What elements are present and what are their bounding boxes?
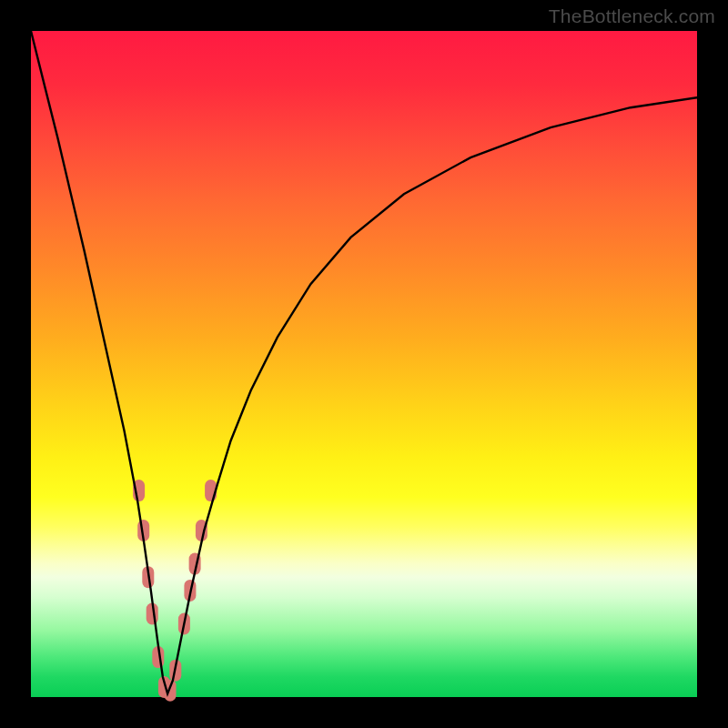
bottleneck-curve bbox=[31, 31, 697, 693]
watermark-label: TheBottleneck.com bbox=[549, 5, 715, 27]
chart-svg bbox=[31, 31, 697, 697]
chart-frame: TheBottleneck.com bbox=[0, 0, 728, 728]
